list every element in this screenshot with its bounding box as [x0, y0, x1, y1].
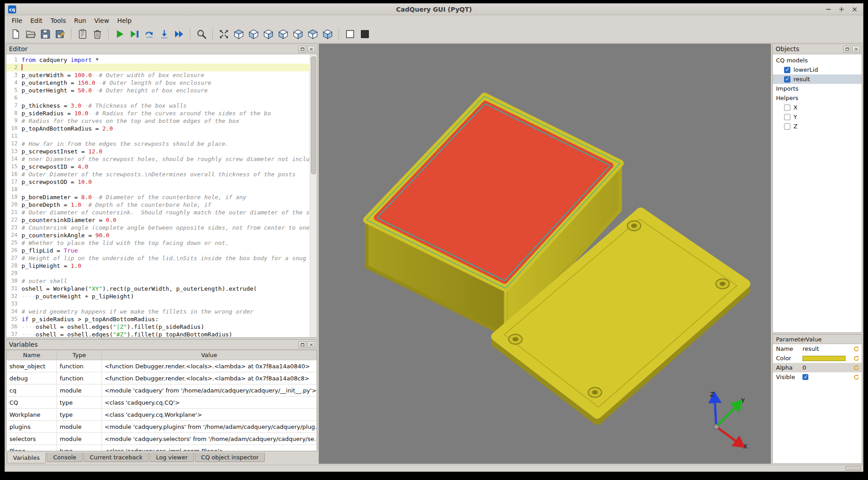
editor-float-button[interactable]	[298, 46, 306, 52]
code-line-29[interactable]: 29	[6, 270, 309, 277]
view-bottom-button[interactable]	[320, 27, 334, 41]
param-value-text[interactable]: result	[802, 345, 819, 352]
view-iso-button[interactable]	[232, 27, 245, 41]
view-top-button[interactable]	[306, 27, 320, 41]
objects-float-button[interactable]	[843, 46, 851, 52]
variables-float-button[interactable]	[298, 341, 306, 348]
code-line-17[interactable]: 17p_screwpostOD = 10.0	[6, 178, 309, 186]
code-line-8[interactable]: 8p_sideRadius = 10.0··# Radius for the c…	[6, 109, 309, 117]
new-file-button[interactable]	[9, 27, 22, 41]
code-line-20[interactable]: 20p_boreDepth = 1.0··# Depth of the coun…	[6, 201, 309, 209]
code-line-30[interactable]: 30# outer shell	[6, 277, 309, 285]
menu-edit[interactable]: Edit	[26, 16, 46, 25]
code-line-34[interactable]: 34# weird geometry happens if we make th…	[6, 308, 309, 315]
tab-current-traceback[interactable]: Current traceback	[83, 453, 149, 462]
code-line-32[interactable]: 32····p_outerHeight + p_lipHeight)	[6, 292, 309, 300]
code-line-13[interactable]: 13p_screwpostInset = 12.0	[6, 148, 309, 155]
view-back-button[interactable]	[261, 27, 275, 41]
continue-button[interactable]	[172, 27, 186, 41]
paste-button[interactable]	[75, 27, 89, 41]
tree-imports[interactable]: Imports	[773, 84, 862, 93]
code-line-14[interactable]: 14# nner Diameter of the screwpost holes…	[6, 155, 309, 163]
code-line-26[interactable]: 26p_flipLid = True	[6, 247, 309, 254]
save-button[interactable]	[38, 27, 52, 41]
param-value-text[interactable]: 0	[802, 364, 806, 371]
code-line-23[interactable]: 23# Countersink angle (complete angle be…	[6, 224, 309, 231]
checkbox-y[interactable]	[784, 114, 790, 120]
variable-row-show-object[interactable]: show_objectfunction<function Debugger.re…	[7, 360, 317, 372]
code-line-25[interactable]: 25# Whether to place the lid with the to…	[6, 239, 309, 247]
delete-button[interactable]	[90, 27, 104, 41]
shaded-button[interactable]	[358, 27, 372, 41]
checkbox-x[interactable]	[784, 105, 790, 111]
title-bar[interactable]: cq CadQuery GUI (PyQT) − + ×	[5, 4, 863, 15]
code-line-22[interactable]: 22p_countersinkDiameter = 0.0	[6, 216, 309, 224]
fit-all-button[interactable]	[217, 27, 231, 41]
code-line-10[interactable]: 10p_topAndBottomRadius = 2.0	[6, 125, 309, 132]
view-front-button[interactable]	[246, 27, 260, 41]
close-button[interactable]: ×	[852, 6, 858, 13]
code-line-31[interactable]: 31oshell = Workplane("XY").rect(p_outerW…	[6, 285, 309, 292]
editor-scrollbar-thumb[interactable]	[311, 57, 316, 174]
variable-row-selectors[interactable]: selectorsmodule<module 'cadquery.selecto…	[7, 433, 317, 445]
code-line-24[interactable]: 24p_countersinkAngle = 90.0	[6, 231, 309, 239]
viewport-3d[interactable]: Z Y X	[319, 44, 771, 464]
resize-grip[interactable]	[846, 466, 861, 471]
variable-row-cq[interactable]: CQtype<class 'cadquery.cq.CQ'>	[7, 397, 317, 409]
color-swatch[interactable]	[802, 356, 846, 361]
code-line-4[interactable]: 4p_outerLength = 150.0··# Outer length o…	[6, 79, 309, 87]
menu-run[interactable]: Run	[70, 16, 90, 25]
tree-x[interactable]: X	[773, 103, 862, 112]
variable-row-plugins[interactable]: pluginsmodule<module 'cadquery.plugins' …	[7, 421, 317, 433]
code-line-36[interactable]: 36····oshell = oshell.edges("|Z").fillet…	[6, 323, 309, 331]
variable-row-plane[interactable]: Planetype<class 'cadquery.occ_impl.geom.…	[7, 445, 317, 451]
save-as-button[interactable]	[53, 27, 67, 41]
code-line-27[interactable]: 27# Height of lip on the underside of th…	[6, 254, 309, 262]
view-left-button[interactable]	[276, 27, 290, 41]
tree-result[interactable]: result	[773, 74, 862, 84]
checkbox-lowerlid[interactable]	[784, 67, 790, 73]
code-line-19[interactable]: 19p_boreDiameter = 8.0··# Diameter of th…	[6, 193, 309, 201]
step-over-button[interactable]	[142, 27, 156, 41]
code-line-16[interactable]: 16# Outer Diameter of the screwposts.\nD…	[6, 170, 309, 178]
debug-button[interactable]	[127, 27, 141, 41]
tree-lowerlid[interactable]: lowerLid	[773, 65, 862, 74]
menu-file[interactable]: File	[8, 16, 26, 25]
code-line-28[interactable]: 28p_lipHeight = 1.0	[6, 262, 309, 270]
editor-scrollbar[interactable]	[310, 54, 317, 337]
view-right-button[interactable]	[291, 27, 305, 41]
menu-tools[interactable]: Tools	[47, 16, 70, 25]
run-button[interactable]	[113, 27, 127, 41]
code-line-15[interactable]: 15p_screwpostID = 4.0	[6, 163, 309, 170]
variable-row-cq[interactable]: cqmodule<module 'cadquery' from '/home/a…	[7, 384, 317, 397]
reset-visible-button[interactable]	[852, 374, 860, 381]
code-line-18[interactable]: 18	[6, 186, 309, 193]
code-line-35[interactable]: 35if p_sideRadius > p_topAndBottomRadius…	[6, 315, 309, 323]
tab-cq-object-inspector[interactable]: CQ object inspector	[195, 453, 265, 462]
code-line-2[interactable]: 2	[6, 64, 309, 71]
code-line-6[interactable]: 6	[6, 94, 309, 102]
tab-log-viewer[interactable]: Log viewer	[149, 453, 194, 462]
code-line-37[interactable]: 37····oshell = oshell.edges("#Z").fillet…	[6, 331, 309, 337]
code-line-3[interactable]: 3p_outerWidth = 100.0··# Outer width of …	[6, 71, 309, 79]
reset-alpha-button[interactable]	[852, 364, 860, 371]
code-editor[interactable]: 1from cadquery import *23p_outerWidth = …	[6, 54, 317, 337]
checkbox-result[interactable]	[784, 76, 790, 83]
tree-z[interactable]: Z	[773, 122, 862, 131]
reset-color-button[interactable]	[852, 355, 860, 362]
code-line-11[interactable]: 11	[6, 132, 309, 140]
objects-close-button[interactable]: ×	[852, 46, 860, 52]
code-line-21[interactable]: 21# Outer diameter of countersink. Shoul…	[6, 209, 309, 216]
code-line-7[interactable]: 7p_thickness = 3.0··# Thickness of the b…	[6, 102, 309, 109]
maximize-button[interactable]: +	[838, 6, 844, 13]
step-into-button[interactable]	[157, 27, 171, 41]
tree-cq-models[interactable]: CQ models	[773, 56, 862, 65]
code-line-12[interactable]: 12# How far in from the edges the screwp…	[6, 140, 309, 148]
checkbox-z[interactable]	[784, 123, 790, 130]
variable-row-workplane[interactable]: Workplanetype<class 'cadquery.cq.Workpla…	[7, 409, 317, 421]
tree-y[interactable]: Y	[773, 112, 862, 122]
code-line-33[interactable]: 33	[6, 300, 309, 308]
tree-helpers[interactable]: Helpers	[773, 93, 862, 103]
editor-close-button[interactable]: ×	[307, 46, 315, 52]
tab-variables[interactable]: Variables	[7, 453, 46, 463]
